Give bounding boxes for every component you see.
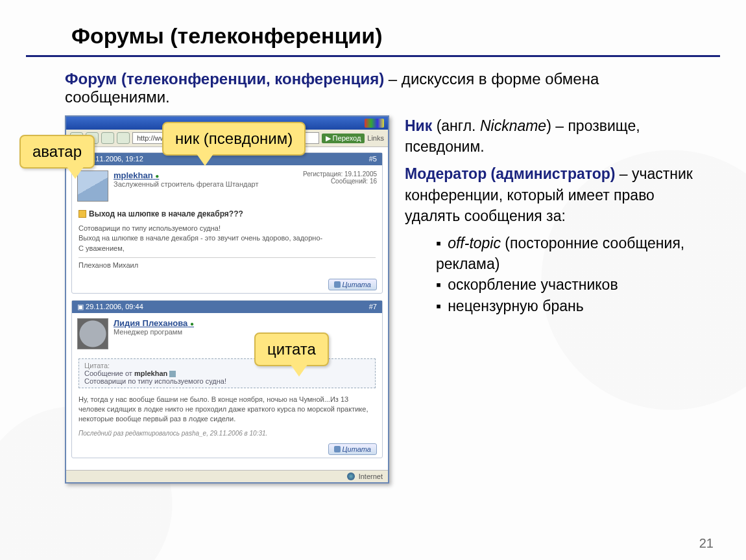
post-body: Сотоварищи по типу используемого судна! … [72,221,382,276]
windows-flag-icon [365,119,384,128]
quote-button[interactable]: Цитата [328,279,377,290]
list-item: нецензурную брань [436,296,707,316]
post-icon [78,210,86,218]
internet-zone-icon [347,472,355,480]
list-item: off-topic (посторонние сообщения, реклам… [436,233,707,274]
status-bar: Internet [66,470,388,482]
nav-refresh-icon[interactable] [117,132,130,144]
user-rank: Менеджер программ [114,328,194,336]
post-date: ▣ 29.11.2006, 09:44 [77,303,143,311]
go-button[interactable]: ▶ Переход [322,134,365,143]
post-body: Ну, тогда у нас вообще башни не было. В … [72,392,382,430]
post-subject: Выход на шлюпке в начале декабря??? [72,207,382,221]
callout-avatar: аватар [19,135,95,169]
forum-post: ▣ 29.11.2006, 19:12 #5 mplekhan ● Заслуж… [71,152,383,294]
callout-quote: цитата [254,332,329,366]
post-number: #5 [369,155,377,163]
callout-nickname: ник (псевдоним) [162,122,306,156]
screenshot-area: аватар ник (псевдоним) цитата http://www… [65,115,389,484]
online-indicator-icon: ● [190,320,194,327]
view-post-icon[interactable] [169,371,176,377]
list-item: оскорбление участников [436,274,707,295]
post-signature: Плеханов Михаил [78,257,376,270]
user-message-count: Сообщений: 16 [303,178,377,185]
avatar[interactable] [77,318,108,349]
quoted-message: Цитата: Сообщение от mplekhan Сотоварищи… [78,358,376,388]
quote-button[interactable]: Цитата [328,443,377,455]
username-link[interactable]: mplekhan ● [114,170,259,180]
browser-window: http://www.shtandart.ru/forum t=436 ▶ Пе… [65,115,389,484]
intro-text: Форум (телеконференции, конференция) – д… [65,70,707,106]
term-nick: Ник [405,117,432,134]
term-moderator: Модератор (администратор) [405,165,615,182]
window-title [70,119,72,128]
post-number: #7 [369,303,377,311]
username-link[interactable]: Лидия Плеханова ● [114,318,194,328]
post-edited-note: Последний раз редактировалось pasha_e, 2… [72,430,382,441]
page-number: 21 [699,536,714,551]
quote-icon [334,281,341,288]
online-indicator-icon: ● [155,172,159,180]
definitions: Ник (англ. Nickname) – прозвище, псевдон… [405,115,707,484]
forum-post: ▣ 29.11.2006, 09:44 #7 Лидия Плеханова ●… [71,300,383,458]
user-registration: Регистрация: 19.11.2005 [303,170,377,178]
intro-term: Форум (телеконференции, конференция) [65,70,384,88]
nav-stop-icon[interactable] [101,132,114,144]
quote-icon [334,446,341,452]
links-label[interactable]: Links [367,134,384,142]
user-rank: Заслуженный строитель фрегата Штандарт [114,180,259,188]
forum-body: ▣ 29.11.2006, 19:12 #5 mplekhan ● Заслуж… [66,147,388,470]
slide-title: Форумы (телеконференции) [26,0,720,57]
